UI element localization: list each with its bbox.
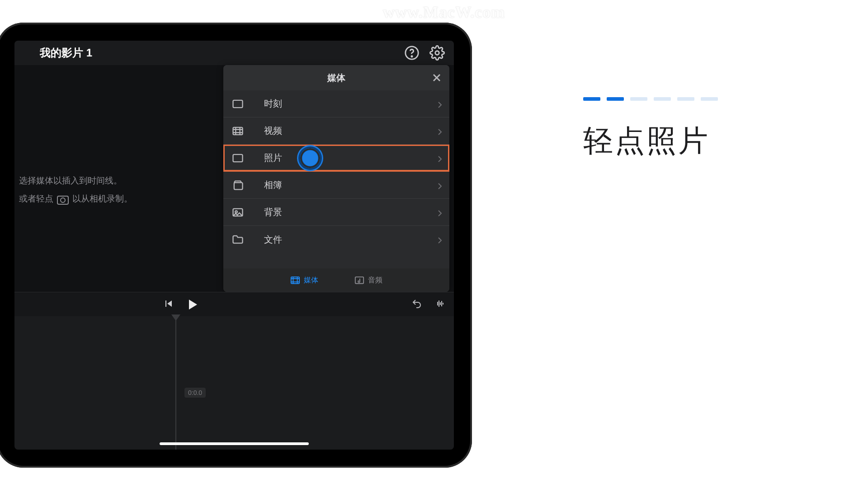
media-item-video[interactable]: 视频 (223, 117, 449, 145)
media-item-label: 视频 (264, 125, 282, 137)
progress-step-4 (654, 97, 671, 101)
media-item-label: 时刻 (264, 98, 282, 110)
empty-state-hint: 选择媒体以插入到时间线。 或者轻点 以从相机录制。 (19, 172, 228, 208)
media-panel: 媒体 时刻 (223, 65, 449, 292)
camera-icon (57, 196, 69, 205)
timeline[interactable]: 0:0.0 (14, 316, 454, 450)
photo-icon (231, 153, 244, 164)
watermark: www.MacW.com (363, 3, 505, 22)
project-title: 我的影片 1 (40, 46, 92, 60)
svg-point-1 (411, 56, 412, 57)
media-list: 时刻 视频 (223, 90, 449, 268)
panel-tabs: 媒体 音频 (223, 268, 449, 292)
skip-back-button[interactable] (163, 298, 174, 311)
svg-rect-4 (233, 127, 243, 134)
hint-line-2-suffix: 以从相机录制。 (72, 190, 132, 208)
tap-indicator-icon (300, 148, 320, 168)
media-panel-title: 媒体 (327, 72, 345, 84)
top-bar-right (404, 45, 445, 61)
progress-step-1 (583, 97, 600, 101)
audio-waveform-button[interactable] (435, 298, 446, 311)
files-icon (231, 234, 244, 245)
progress-step-3 (630, 97, 647, 101)
hint-line-1: 选择媒体以插入到时间线。 (19, 172, 228, 190)
playback-bar (14, 292, 454, 316)
play-button[interactable] (189, 300, 197, 310)
watermark-text: www.MacW.com (383, 3, 505, 22)
media-panel-header: 媒体 (223, 65, 449, 90)
help-button[interactable] (404, 45, 420, 61)
playback-right (411, 298, 446, 311)
media-item-label: 背景 (264, 206, 282, 218)
progress-step-2 (607, 97, 624, 101)
settings-button[interactable] (429, 45, 445, 61)
chevron-right-icon (438, 209, 442, 216)
undo-button[interactable] (411, 298, 422, 311)
svg-point-8 (235, 211, 237, 213)
moments-icon (231, 99, 244, 109)
media-item-photos[interactable]: 照片 (223, 145, 449, 172)
background-icon (231, 207, 244, 218)
tab-audio[interactable]: 音频 (354, 276, 382, 285)
close-button[interactable] (430, 71, 443, 84)
app-screen: 我的影片 1 (14, 41, 454, 450)
media-item-albums[interactable]: 相簿 (223, 172, 449, 199)
progress-indicator (583, 97, 718, 101)
svg-rect-6 (234, 183, 243, 189)
ipad-frame: 我的影片 1 (0, 23, 472, 468)
chevron-right-icon (438, 236, 442, 243)
album-icon (231, 180, 244, 191)
tutorial-card: www.MacW.com 我的影片 1 (0, 0, 868, 488)
top-bar: 我的影片 1 (14, 41, 454, 65)
media-item-label: 文件 (264, 234, 282, 246)
chevron-right-icon (438, 155, 442, 162)
filmstrip-icon (290, 276, 300, 284)
media-item-label: 照片 (264, 152, 282, 164)
instruction-text: 轻点照片 (583, 121, 718, 161)
chevron-right-icon (438, 100, 442, 108)
svg-rect-9 (291, 277, 299, 284)
chevron-right-icon (438, 182, 442, 189)
svg-rect-5 (233, 154, 243, 161)
media-item-label: 相簿 (264, 179, 282, 191)
tab-media-label: 媒体 (304, 276, 318, 285)
svg-rect-3 (233, 100, 243, 107)
watermark-logo-icon (363, 7, 378, 20)
hint-line-2: 或者轻点 以从相机录制。 (19, 190, 228, 208)
progress-step-5 (677, 97, 694, 101)
media-item-files[interactable]: 文件 (223, 226, 449, 253)
media-item-backgrounds[interactable]: 背景 (223, 199, 449, 226)
media-item-moments[interactable]: 时刻 (223, 90, 449, 117)
tab-audio-label: 音频 (368, 276, 382, 285)
chevron-right-icon (438, 127, 442, 135)
playback-left (163, 298, 197, 311)
hint-line-2-prefix: 或者轻点 (19, 190, 53, 208)
tab-media[interactable]: 媒体 (290, 276, 318, 285)
instruction-pane: 轻点照片 (583, 97, 718, 161)
music-note-icon (354, 276, 364, 284)
playhead[interactable] (175, 316, 176, 450)
video-icon (231, 126, 244, 136)
progress-step-6 (701, 97, 718, 101)
home-indicator (160, 442, 309, 445)
svg-point-2 (435, 51, 439, 55)
timecode-chip: 0:0.0 (184, 388, 206, 398)
